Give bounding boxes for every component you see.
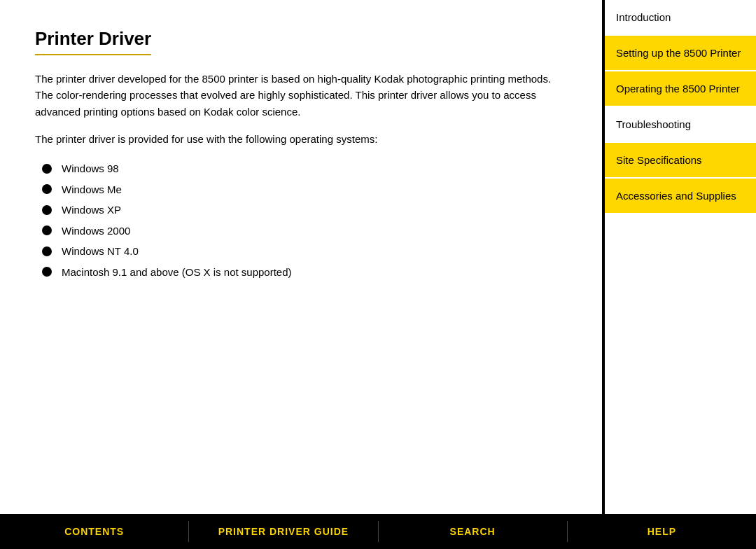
os-list: Windows 98Windows MeWindows XPWindows 20… xyxy=(42,160,567,281)
bottom-bar-item-contents[interactable]: CONTENTS xyxy=(0,526,188,537)
list-item-label: Windows NT 4.0 xyxy=(62,242,139,260)
bullet-icon xyxy=(42,184,52,194)
bottom-bar: CONTENTSPRINTER DRIVER GUIDESEARCHHELP xyxy=(0,514,756,549)
sidebar-item-5[interactable]: Accessories and Supplies xyxy=(605,179,756,214)
sidebar-item-1[interactable]: Setting up the 8500 Printer xyxy=(605,36,756,71)
content-area: Printer Driver The printer driver develo… xyxy=(0,0,602,514)
bottom-bar-item-printer-driver-guide[interactable]: PRINTER DRIVER GUIDE xyxy=(189,526,377,537)
bottom-bar-item-help[interactable]: HELP xyxy=(568,526,756,537)
sidebar-item-4[interactable]: Site Specifications xyxy=(605,143,756,179)
sidebar-item-3[interactable]: Troubleshooting xyxy=(605,107,756,143)
sidebar: IntroductionSetting up the 8500 PrinterO… xyxy=(602,0,756,514)
list-item-label: Windows XP xyxy=(62,201,121,219)
intro-paragraph: The printer driver developed for the 850… xyxy=(35,71,567,120)
list-item: Windows Me xyxy=(42,181,567,199)
main-wrapper: Printer Driver The printer driver develo… xyxy=(0,0,756,514)
page-title: Printer Driver xyxy=(35,28,151,55)
bullet-icon xyxy=(42,225,52,235)
list-item: Windows 98 xyxy=(42,160,567,178)
bullet-icon xyxy=(42,205,52,215)
sidebar-item-2[interactable]: Operating the 8500 Printer xyxy=(605,71,756,107)
bullet-icon xyxy=(42,246,52,256)
list-item-label: Windows Me xyxy=(62,181,122,199)
list-item-label: Windows 98 xyxy=(62,160,119,178)
list-item: Windows NT 4.0 xyxy=(42,242,567,260)
second-paragraph: The printer driver is provided for use w… xyxy=(35,131,567,147)
list-item: Macintosh 9.1 and above (OS X is not sup… xyxy=(42,263,567,282)
bullet-icon xyxy=(42,267,52,277)
list-item: Windows XP xyxy=(42,201,567,219)
sidebar-item-0[interactable]: Introduction xyxy=(605,0,756,36)
bottom-bar-item-search[interactable]: SEARCH xyxy=(379,526,567,537)
list-item-label: Windows 2000 xyxy=(62,222,130,240)
list-item-label: Macintosh 9.1 and above (OS X is not sup… xyxy=(62,263,292,282)
bullet-icon xyxy=(42,164,52,174)
list-item: Windows 2000 xyxy=(42,222,567,240)
